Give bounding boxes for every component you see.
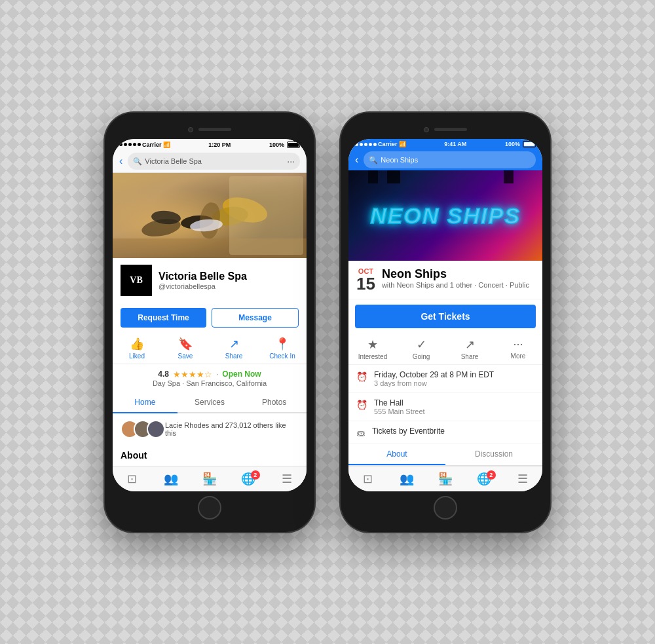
event-tabs: About Discussion: [348, 444, 542, 466]
event-share-label: Share: [461, 353, 479, 360]
nav-bar-1: ‹ 🔍 Victoria Belle Spa ···: [113, 151, 307, 172]
checkin-action[interactable]: 📍 Check In: [258, 337, 307, 360]
share-label: Share: [225, 352, 243, 360]
notification-badge-1: 2: [251, 470, 260, 480]
spa-cta-buttons: Request Time Message: [113, 303, 307, 333]
battery-percent-2: 100%: [505, 141, 520, 147]
event-day: 15: [356, 275, 375, 292]
search-bar-1[interactable]: 🔍 Victoria Belle Spa ···: [128, 153, 300, 170]
search-bar-2[interactable]: 🔍 Neon Ships: [364, 151, 536, 168]
battery-fill-1: [288, 143, 299, 147]
clock-icon: ⏰: [356, 371, 367, 382]
silhouette-1: [368, 170, 378, 183]
home-button-2[interactable]: [434, 496, 457, 520]
store-nav-icon: 🏪: [202, 472, 217, 486]
store-nav-icon-2: 🏪: [438, 472, 453, 486]
search-more-1[interactable]: ···: [287, 156, 295, 166]
interested-action[interactable]: ★ Interested: [348, 337, 397, 360]
event-share-action[interactable]: ↗ Share: [445, 337, 494, 360]
phone-bottom-1: [113, 491, 307, 524]
event-tab-about[interactable]: About: [348, 444, 445, 465]
going-action[interactable]: ✓ Going: [397, 337, 445, 360]
wifi-icon-2: 📶: [399, 141, 406, 147]
time-display-2: 9:41 AM: [444, 141, 466, 147]
battery-fill-2: [524, 142, 534, 146]
event-more-action[interactable]: ··· More: [494, 337, 542, 360]
checkin-icon: 📍: [275, 337, 290, 351]
event-title: Neon Ships: [382, 267, 529, 281]
liked-action[interactable]: 👍 Liked: [113, 337, 161, 360]
tab-services[interactable]: Services: [178, 392, 242, 413]
bottom-nav-friends-2[interactable]: 👥: [387, 469, 426, 489]
back-button-2[interactable]: ‹: [355, 154, 358, 166]
message-button[interactable]: Message: [212, 308, 299, 328]
event-hero-image: NEON SHIPS: [348, 170, 542, 261]
battery-icon-2: [523, 141, 536, 147]
share-action[interactable]: ↗ Share: [210, 337, 258, 360]
wifi-icon-1: 📶: [163, 142, 170, 148]
front-camera-2: [424, 127, 429, 132]
search-icon-2: 🔍: [369, 156, 378, 164]
spa-action-row: 👍 Liked 🔖 Save ↗ Share 📍 Check In: [113, 333, 307, 364]
open-status: Open Now: [222, 369, 261, 379]
about-title: About: [121, 450, 299, 461]
request-time-button[interactable]: Request Time: [121, 308, 206, 328]
menu-nav-icon: ☰: [282, 472, 292, 486]
neon-ships-text: NEON SHIPS: [358, 204, 533, 227]
speaker-1: [198, 128, 231, 131]
tab-photos[interactable]: Photos: [242, 392, 307, 413]
rating-number: 4.8: [158, 369, 169, 379]
friends-nav-icon-2: 👥: [400, 472, 414, 486]
interested-label: Interested: [358, 353, 387, 360]
friend-avatar-3: [147, 420, 165, 438]
bottom-nav-menu[interactable]: ☰: [268, 469, 307, 489]
event-datetime-info: Friday, October 29 at 8 PM in EDT 3 days…: [374, 370, 494, 387]
spa-yellow-accent: [229, 176, 303, 255]
event-venue-info: The Hall 555 Main Street: [374, 398, 425, 415]
friends-nav-icon: 👥: [164, 472, 178, 486]
check-icon: ✓: [417, 337, 426, 352]
share-icon: ↗: [229, 337, 239, 351]
spa-tabs: Home Services Photos: [113, 392, 307, 413]
search-text-1: Victoria Belle Spa: [145, 157, 202, 165]
bottom-nav-friends[interactable]: 👥: [151, 469, 190, 489]
save-action[interactable]: 🔖 Save: [161, 337, 210, 360]
spa-profile-section: VB Victoria Belle Spa @victoriabellespa: [113, 258, 307, 303]
liked-label: Liked: [129, 352, 145, 360]
spa-name: Victoria Belle Spa: [159, 271, 247, 282]
bottom-nav-menu-2[interactable]: ☰: [504, 469, 542, 489]
speaker-2: [434, 128, 467, 131]
bottom-nav-home[interactable]: ⊡: [113, 469, 151, 489]
friends-text: Lacie Rhodes and 273,012 others like thi…: [165, 421, 299, 437]
bottom-nav-2: ⊡ 👥 🏪 🌐 2 ☰: [348, 466, 542, 491]
bottom-nav-store-2[interactable]: 🏪: [426, 469, 464, 489]
home-button-1[interactable]: [198, 496, 221, 520]
signal-dots-2: [355, 143, 377, 146]
notification-badge-2: 2: [487, 470, 496, 480]
battery-percent-1: 100%: [269, 142, 284, 148]
get-tickets-button[interactable]: Get Tickets: [355, 305, 536, 328]
bottom-nav-store[interactable]: 🏪: [190, 469, 229, 489]
carrier-label-1: Carrier: [142, 142, 162, 148]
spa-hero-image: [113, 173, 307, 258]
phone-top-1: [113, 121, 307, 139]
event-action-row: ★ Interested ✓ Going ↗ Share ··· More: [348, 333, 542, 365]
phone-screen-1: Carrier 📶 1:20 PM 100% ‹ 🔍 Victoria Bell…: [113, 139, 307, 491]
bottom-nav-notifications[interactable]: 🌐 2: [229, 469, 268, 489]
location-icon: ⏰: [356, 400, 367, 410]
event-address: 555 Main Street: [374, 407, 425, 415]
event-tab-discussion[interactable]: Discussion: [445, 444, 542, 465]
back-button-1[interactable]: ‹: [119, 155, 122, 167]
tab-home[interactable]: Home: [113, 392, 178, 413]
checkin-label: Check In: [269, 352, 295, 360]
menu-nav-icon-2: ☰: [517, 472, 528, 486]
bottom-nav-notifications-2[interactable]: 🌐 2: [465, 469, 504, 489]
event-details: Neon Ships with Neon Ships and 1 other ·…: [382, 267, 529, 289]
bottom-nav-home-2[interactable]: ⊡: [348, 469, 387, 489]
time-display-1: 1:20 PM: [208, 142, 231, 148]
star-rating: ★★★★☆: [173, 369, 212, 379]
more-label: More: [511, 352, 526, 360]
phone-top-2: [348, 121, 542, 139]
nav-bar-2: ‹ 🔍 Neon Ships: [348, 150, 542, 170]
home-nav-icon-2: ⊡: [363, 472, 373, 486]
